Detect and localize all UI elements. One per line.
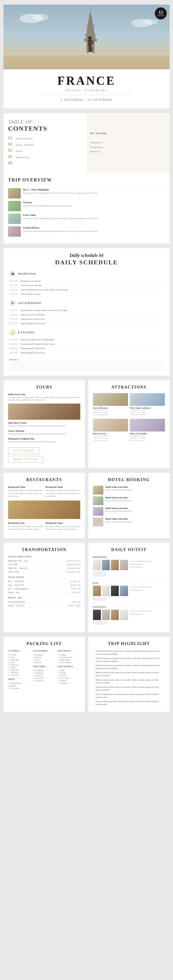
hotel-item-1: Hotel Name Goes Here Days to include all… [93,486,165,495]
day-outfit-item-2 [102,586,110,596]
toc-item-5: 08 [8,161,82,165]
svg-rect-11 [89,47,90,52]
overview-section: TABLE OF Contents 03 Trip overview 04 Da… [3,113,170,243]
checkbox-hotel-docs[interactable] [58,662,59,663]
ready-print-button[interactable]: READY TO PRINT [8,456,43,463]
checkbox-underwear[interactable] [8,664,10,666]
hotel-item-3: Hotel Name Goes Here Days to include all… [93,507,165,516]
outfit-heading: Daily Outfit [93,547,165,552]
packing-item-tickets: Flight tickets [58,659,80,661]
checkbox-sandals[interactable] [8,685,10,687]
highlight-item-3: Offer discount lorem ipsum dolor sit ame… [93,664,165,670]
checkbox-sleep[interactable] [8,669,10,671]
packing-toiletries: Toiletries Toothbrush Toothpaste Shampoo [33,665,56,682]
checkbox-shampoo[interactable] [33,675,35,676]
hotel-info-2: Hotel Name Goes Here Days to include all… [106,496,165,502]
info-panel: A4 + US Letter Available in Google Docs … [87,113,170,173]
checkbox-sunscreen[interactable] [33,680,35,681]
packing-item-swim: Swimsuit [8,671,31,674]
day-thumb-4 [8,226,21,237]
day-card-4: French Riviera Explore the entire neighb… [8,226,165,237]
checkbox-tshirts[interactable] [8,654,10,655]
day-thumb-2 [8,201,21,211]
checkbox-jewelry[interactable] [33,662,35,663]
day-card-1: Day 1 - Paris Highlights Explore the ent… [8,188,165,199]
restaurant-item-4: Restaurant Name Description. Morbi facil… [46,522,80,531]
checkbox-swim[interactable] [8,672,10,673]
svg-rect-13 [90,40,94,45]
checkbox-dress-shoes[interactable] [8,687,10,689]
morning-row-4: 12:30 PM Visit the Musée d'Orsay [9,292,164,296]
overview-grid: TABLE OF Contents 03 Trip overview 04 Da… [3,113,170,173]
highlight-item-5: Morbi facilisis faucibus odio vel conval… [93,678,165,684]
evening-outfit-labels: Item name goes here Item name goes here [93,621,128,625]
checkbox-powerbank[interactable] [58,677,59,679]
day-info-2: Giverny Explore the entire neighbourhood… [23,201,165,207]
highlight-item-8: Fusce condimentum lorem ipsum dolor sit … [93,700,165,706]
packing-electronics: Electronics Phone Charger Camera [58,665,80,684]
packing-item-underwear: Underwear [8,664,31,666]
checkbox-walk-shoes[interactable] [8,682,10,684]
day-info-3: Loire Valley Explore the entire neighbou… [23,213,165,220]
checkbox-tickets[interactable] [58,659,59,661]
svg-point-15 [32,14,48,21]
packing-documents: Documents Passport Travel insurance Flig… [58,650,80,663]
cover-divider [41,95,132,95]
checkbox-jacket[interactable] [8,675,10,676]
evening-items-grid [93,610,128,620]
restaurants-hotel-section: Restaurants Restaurant Name Description.… [3,473,170,538]
checkbox-insurance[interactable] [58,657,59,658]
day-outfit-grid: Item name goes here Item name goes here … [93,586,165,601]
highlight-item-4: Morbi facilisis faucibus odio vel conval… [93,671,165,677]
checkbox-phone[interactable] [58,670,59,671]
outfit-evening: Evening Item name goes here Item name go… [93,606,165,625]
checkbox-earphones[interactable] [58,682,59,684]
tour-item-1: Eiffel Tower Tour Description. Morbi fac… [8,393,80,401]
afternoon-row-1: 01:30 PM Walk down the Champs-Élysées to… [9,308,164,313]
checkbox-passport[interactable] [58,654,59,655]
day-outfit-item-4 [120,586,128,596]
metro-row-1: Paris Navigo Day Pass 8.65€ / day [8,600,80,604]
cover-subtitle: TRAVEL ITINERARY [10,88,163,92]
schedule-heading: Daily Schedule [9,259,164,266]
hotel-item-2: Hotel Name Goes Here Days to include all… [93,496,165,505]
transport-panel: Transportation FLIGHT DIRECTIONS Flight:… [3,543,85,632]
checkbox-toothbrush[interactable] [33,670,35,671]
day-card-3: Loire Valley Explore the entire neighbou… [8,213,165,224]
checkbox-adapter[interactable] [58,680,59,681]
packing-item-shampoo: Shampoo [33,675,56,677]
evening-row-3: 09:00 PM Walk through Île Saint-Louis [9,346,164,351]
tours-panel: Tours Eiffel Tower Tour Description. Mor… [3,380,85,468]
attraction-item-3: Musée d'Orsay • Description: 2-3 Hours •… [93,419,128,441]
day-outfit-left: Item name goes here Item name goes here [93,586,128,601]
attraction-thumb-4 [130,419,165,431]
checkbox-scarf[interactable] [33,659,35,661]
checkbox-shorts[interactable] [8,662,10,663]
checkbox-pants[interactable] [8,657,10,658]
toc-item-2: 04 Daily schedule [8,142,82,147]
easy-edit-button[interactable]: EASY TO EDIT [8,447,39,454]
svg-point-17 [144,19,158,25]
checkbox-deodorant[interactable] [33,677,35,679]
flight-row-2: 5 Oct · 09:00 Duration: 1h 15m [8,563,80,566]
restaurants-grid: Restaurant Name Description. Morbi facil… [8,486,80,498]
checkbox-dress[interactable] [8,659,10,661]
outfit-item-shirt [93,560,101,570]
checkbox-hat[interactable] [33,657,35,658]
checkbox-toothpaste[interactable] [33,672,35,674]
checkbox-socks[interactable] [8,667,10,668]
packing-item-toothpaste: Toothpaste [33,672,56,674]
evening-accessories: Accessories: Item name goes here Bag: Ba… [130,610,165,616]
cover-title: FRANCE [10,74,163,88]
checkbox-charger[interactable] [58,672,59,674]
afternoon-header: ☀ AFTERNOON [9,300,164,306]
trip-overview-days: Day 1 - Paris Highlights Explore the ent… [8,188,165,237]
attraction-item-4: Palace of Versailles • Description: 2-3 … [130,419,165,441]
day-outfit-right: Accessories: Item name goes here Bag: Ba… [130,586,165,601]
checkbox-camera[interactable] [58,675,59,676]
outfit-divider-2 [93,603,165,604]
checkbox-sunglasses[interactable] [33,654,35,655]
packing-item-sandals: Sandals [8,685,31,687]
evening-header: 🌙 EVENING [9,329,164,336]
evening-row-4: 10:00 PM Walk through Île Saint-Louis [9,351,164,355]
